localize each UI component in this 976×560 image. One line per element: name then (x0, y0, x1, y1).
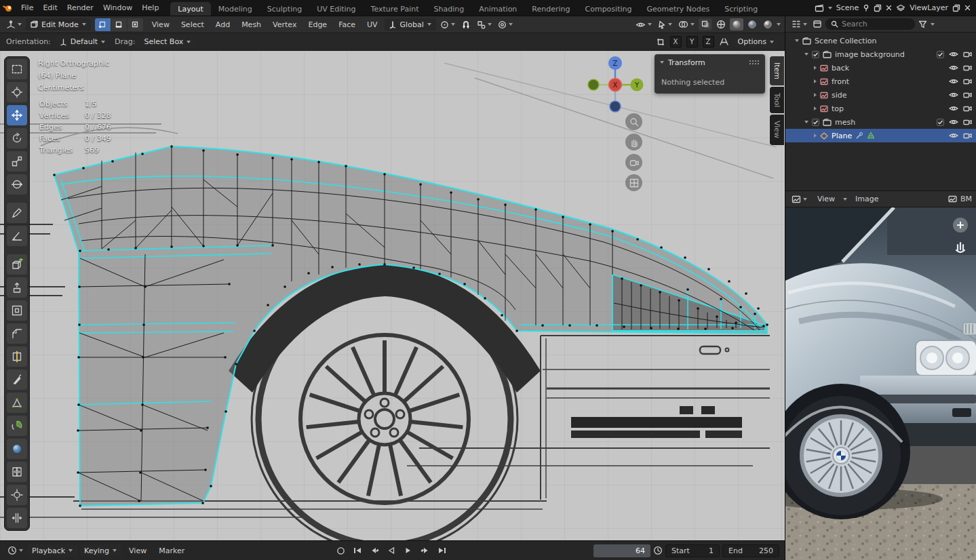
modifier-wrench-icon[interactable] (855, 132, 863, 140)
snap-toggle-button[interactable] (459, 18, 473, 31)
timeline-menu-view[interactable]: View (124, 546, 151, 555)
viewport-menu-add[interactable]: Add (211, 20, 235, 29)
tool-extrude[interactable] (7, 277, 27, 298)
exclude-checkbox[interactable] (937, 119, 944, 126)
viewport-menu-uv[interactable]: UV (362, 20, 383, 29)
pan-hand-button[interactable] (625, 134, 642, 151)
previous-keyframe-button[interactable] (368, 544, 382, 557)
camera-icon[interactable] (963, 64, 972, 71)
shading-rendered-button[interactable] (761, 18, 775, 31)
tool-edge-slide[interactable] (7, 462, 27, 482)
camera-icon[interactable] (963, 119, 972, 125)
zoom-in-overlay-button[interactable] (953, 218, 968, 233)
tab-geometry-nodes[interactable]: Geometry Nodes (639, 2, 717, 16)
expand-arrow-icon[interactable] (814, 106, 817, 111)
orientation-dropdown[interactable]: Global (385, 18, 436, 31)
menu-edit[interactable]: Edit (38, 0, 62, 16)
filter-funnel-icon[interactable] (918, 20, 927, 28)
expand-arrow-icon[interactable] (804, 53, 808, 56)
tab-tool[interactable]: Tool (770, 87, 784, 113)
display-mode-icon[interactable] (813, 20, 822, 28)
image-editor-type-button[interactable] (789, 193, 809, 205)
drag-setting-dropdown[interactable]: Select Box (140, 36, 195, 48)
tool-annotate[interactable] (7, 203, 27, 223)
jump-to-start-button[interactable] (351, 544, 365, 557)
camera-icon[interactable] (963, 132, 972, 139)
eye-icon[interactable] (949, 105, 958, 112)
mirror-y-toggle[interactable]: Y (686, 36, 698, 47)
keying-dropdown[interactable]: Keying (80, 544, 121, 557)
eye-icon[interactable] (949, 92, 958, 98)
options-dropdown[interactable]: Options (734, 36, 779, 48)
chevron-down-icon[interactable] (931, 23, 935, 26)
eye-icon[interactable] (949, 64, 958, 71)
tab-compositing[interactable]: Compositing (578, 2, 640, 16)
play-reverse-button[interactable] (385, 544, 399, 557)
tool-cursor[interactable] (7, 82, 27, 102)
outliner-search[interactable]: Search (825, 18, 915, 30)
viewport-menu-select[interactable]: Select (176, 20, 209, 29)
tool-poly-build[interactable] (7, 393, 27, 413)
scene-name[interactable]: Scene (836, 3, 859, 12)
expand-arrow-icon[interactable] (814, 66, 817, 70)
editor-type-button[interactable] (4, 18, 24, 31)
tab-animation[interactable]: Animation (471, 2, 524, 16)
vertex-select-button[interactable] (95, 18, 111, 31)
viewport-canvas[interactable] (0, 51, 785, 540)
mode-dropdown[interactable]: Edit Mode (26, 18, 91, 31)
tab-view[interactable]: View (770, 115, 784, 144)
timeline-editor-button[interactable] (5, 544, 25, 557)
outliner-row-front[interactable]: front (785, 75, 976, 88)
image-menu-view[interactable]: View (813, 195, 840, 203)
camera-icon[interactable] (963, 105, 972, 112)
outliner-row-mesh[interactable]: mesh (785, 115, 976, 129)
tab-rendering[interactable]: Rendering (524, 2, 577, 16)
play-button[interactable] (402, 544, 416, 557)
chevron-down-icon[interactable] (777, 23, 781, 26)
mirror-x-toggle[interactable]: X (670, 36, 682, 47)
tool-loop-cut[interactable] (7, 346, 27, 367)
tool-move[interactable] (7, 105, 27, 125)
close-icon[interactable] (886, 5, 892, 11)
tab-layout[interactable]: Layout (170, 2, 210, 16)
camera-view-button[interactable] (625, 154, 642, 171)
viewport-menu-mesh[interactable]: Mesh (237, 20, 266, 29)
expand-arrow-icon[interactable] (814, 79, 817, 83)
tool-bevel[interactable] (7, 323, 27, 344)
image-editor-view[interactable] (785, 207, 976, 560)
proportional-editing-button[interactable] (496, 18, 515, 31)
face-select-button[interactable] (128, 18, 143, 31)
viewport-menu-edge[interactable]: Edge (303, 20, 332, 29)
new-copy-icon[interactable] (874, 4, 882, 12)
camera-icon[interactable] (963, 78, 972, 85)
current-frame-field[interactable]: 64 (593, 544, 650, 557)
tab-item[interactable]: Item (770, 56, 784, 85)
show-gizmo-button[interactable] (656, 18, 674, 31)
tool-shrink-fatten[interactable] (7, 485, 27, 505)
tool-rotate[interactable] (7, 128, 27, 148)
outliner-row-back[interactable]: back (785, 61, 976, 75)
transform-panel-header[interactable]: Transform (655, 54, 765, 71)
snap-settings-button[interactable] (475, 18, 494, 31)
auto-keyframe-button[interactable] (334, 544, 348, 557)
tool-spin[interactable] (7, 416, 27, 436)
outliner-row-side[interactable]: side (785, 88, 976, 102)
tab-scripting[interactable]: Scripting (717, 2, 765, 16)
exclude-checkbox[interactable] (937, 51, 944, 58)
use-preview-range-icon[interactable] (653, 546, 663, 555)
transform-pivot-icon[interactable] (656, 37, 665, 47)
navigation-gizmo[interactable]: Z Y X (582, 51, 650, 121)
shading-material-button[interactable] (745, 18, 759, 31)
edge-select-button[interactable] (111, 18, 127, 31)
expand-arrow-icon[interactable] (804, 121, 808, 123)
eye-icon[interactable] (949, 78, 958, 85)
outliner-row-top[interactable]: top (785, 102, 976, 115)
menu-file[interactable]: File (16, 0, 38, 16)
playback-dropdown[interactable]: Playback (28, 544, 77, 557)
eye-icon[interactable] (949, 51, 958, 58)
tool-transform[interactable] (7, 174, 27, 195)
mesh-data-icon[interactable] (867, 132, 875, 140)
eye-icon[interactable] (949, 132, 958, 139)
outliner-row-image-background[interactable]: image background (785, 47, 976, 61)
drag-handle-icon[interactable] (749, 60, 760, 65)
